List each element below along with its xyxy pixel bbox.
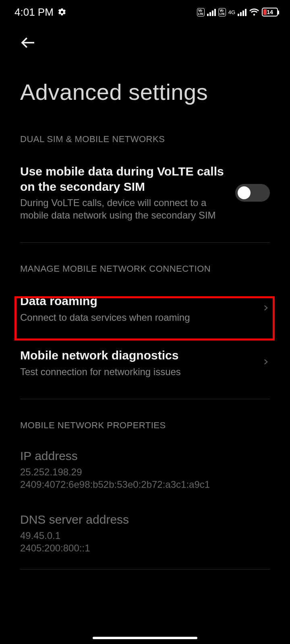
row-title: Mobile network diagnostics	[20, 348, 252, 363]
battery-percent: 14	[263, 9, 277, 15]
section-header-manage: MANAGE MOBILE NETWORK CONNECTION	[20, 243, 270, 281]
dns-v4: 49.45.0.1	[20, 529, 270, 542]
section-dual-sim: DUAL SIM & MOBILE NETWORKS Use mobile da…	[0, 113, 290, 233]
header-bar	[0, 24, 290, 56]
dns-v6: 2405:200:800::1	[20, 542, 270, 554]
section-network-properties: MOBILE NETWORK PROPERTIES IP address 25.…	[0, 399, 290, 565]
network-type-label: 4G	[228, 10, 235, 15]
row-network-diagnostics[interactable]: Mobile network diagnostics Test connecti…	[20, 336, 270, 390]
signal-bars-icon	[207, 8, 216, 16]
battery-icon: 14	[262, 8, 278, 17]
row-title: IP address	[20, 448, 270, 464]
wifi-icon	[249, 7, 259, 17]
divider	[20, 569, 270, 570]
page-title: Advanced settings	[0, 56, 290, 113]
chevron-right-icon	[262, 304, 270, 314]
ip-v6: 2409:4072:6e98:b52b:53e0:2b72:a3c1:a9c1	[20, 478, 270, 491]
status-bar: 4:01 PM VoLTE VoLTE 4G 14	[0, 0, 290, 24]
row-title: Data roaming	[20, 293, 252, 309]
status-right: VoLTE VoLTE 4G 14	[197, 7, 278, 17]
clock-text: 4:01 PM	[14, 6, 54, 19]
row-subtitle: Test connection for networking issues	[20, 365, 252, 378]
section-header-dual-sim: DUAL SIM & MOBILE NETWORKS	[20, 113, 270, 152]
back-arrow-icon[interactable]	[20, 45, 36, 52]
row-ip-address: IP address 25.252.198.29 2409:4072:6e98:…	[20, 438, 270, 502]
row-dns-address: DNS server address 49.45.0.1 2405:200:80…	[20, 502, 270, 565]
row-volte-secondary-sim[interactable]: Use mobile data during VoLTE calls on th…	[20, 152, 270, 233]
section-header-properties: MOBILE NETWORK PROPERTIES	[20, 399, 270, 438]
row-subtitle: Connect to data services when roaming	[20, 311, 252, 324]
chevron-right-icon	[262, 358, 270, 367]
row-title: DNS server address	[20, 512, 270, 527]
row-title: Use mobile data during VoLTE calls on th…	[20, 164, 226, 194]
volte-badge-icon: VoLTE	[218, 8, 226, 17]
home-indicator[interactable]	[93, 637, 197, 639]
volte-badge-icon: VoLTE	[197, 8, 205, 17]
volte-toggle[interactable]	[235, 184, 270, 202]
ip-v4: 25.252.198.29	[20, 466, 270, 478]
toggle-knob-icon	[238, 186, 251, 199]
status-left: 4:01 PM	[14, 6, 66, 19]
row-data-roaming[interactable]: Data roaming Connect to data services wh…	[20, 281, 270, 336]
gear-icon	[58, 8, 66, 17]
signal-bars-icon	[238, 8, 246, 16]
section-manage-connection: MANAGE MOBILE NETWORK CONNECTION Data ro…	[0, 243, 290, 390]
row-subtitle: During VoLTE calls, device will connect …	[20, 196, 226, 221]
